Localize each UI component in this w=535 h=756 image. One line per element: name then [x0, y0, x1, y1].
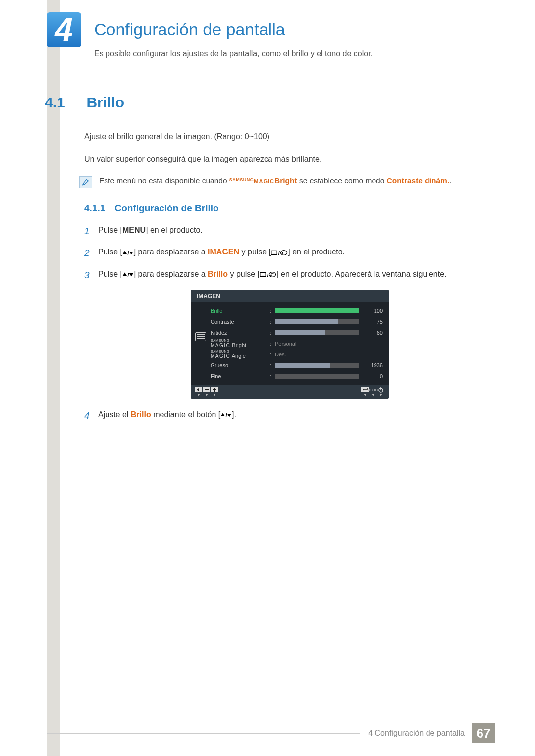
- note-magic: MAGIC: [254, 178, 274, 184]
- step-1: 1 Pulse [MENU] en el producto.: [84, 224, 495, 239]
- para1: Ajuste el brillo general de la imagen. (…: [84, 131, 495, 143]
- note: Este menú no está disponible cuando SAMS…: [79, 176, 495, 188]
- section-number: 4.1: [45, 94, 84, 111]
- note-bright: Bright: [274, 176, 297, 185]
- svg-marker-8: [123, 272, 127, 276]
- osd-category-icon: [191, 302, 211, 385]
- chapter-subtitle: Es posible configurar los ajustes de la …: [94, 50, 373, 58]
- svg-text:/: /: [278, 250, 280, 255]
- up-down-icon: /: [122, 249, 134, 256]
- steps-list: 1 Pulse [MENU] en el producto. 2 Pulse […: [84, 224, 495, 283]
- step-number: 1: [84, 224, 98, 239]
- source-enter-icon: /: [271, 249, 288, 256]
- step-text: Pulse [/] para desplazarse a IMAGEN y pu…: [98, 246, 495, 260]
- svg-marker-10: [129, 273, 133, 277]
- plus-icon: [211, 387, 218, 393]
- step-2: 2 Pulse [/] para desplazarse a IMAGEN y …: [84, 246, 495, 260]
- source-enter-icon: /: [260, 271, 276, 279]
- note-mid: se establece como modo: [297, 176, 387, 185]
- brillo-label: Brillo: [208, 270, 228, 278]
- step-text: Ajuste el Brillo mediante el botón [/].: [98, 408, 495, 423]
- svg-marker-27: [221, 413, 225, 417]
- auto-label: AUTO: [369, 387, 377, 393]
- osd-row: SAMSUNGMAGIC Angle:Des.: [211, 349, 383, 360]
- osd-row: Contraste:75: [211, 316, 383, 327]
- footer-chapter-ref: 4 Configuración de pantalla: [368, 729, 465, 738]
- step-number: 4: [84, 408, 98, 423]
- back-icon: [195, 387, 203, 393]
- section: 4.1 Brillo Ajuste el brillo general de l…: [45, 94, 495, 431]
- subsection-title: Configuración de Brillo: [115, 203, 219, 213]
- svg-text:/: /: [226, 412, 228, 418]
- osd-row: SAMSUNGMAGIC Bright:Personal: [211, 338, 383, 349]
- note-icon: [79, 176, 92, 188]
- menu-button-label: MENU: [122, 226, 146, 234]
- brillo-label: Brillo: [131, 410, 151, 419]
- subsection-heading: 4.1.1 Configuración de Brillo: [84, 203, 495, 214]
- svg-point-6: [281, 250, 287, 255]
- step-text: Pulse [MENU] en el producto.: [98, 224, 495, 239]
- svg-marker-0: [123, 251, 127, 254]
- osd-row: Nitidez:60: [211, 327, 383, 338]
- note-text: Este menú no está disponible cuando SAMS…: [99, 176, 452, 185]
- svg-point-14: [269, 272, 276, 277]
- subsection-number: 4.1.1: [84, 203, 105, 213]
- step-text: Pulse [/] para desplazarse a Brillo y pu…: [98, 268, 495, 283]
- svg-text:/: /: [127, 250, 129, 255]
- power-icon: [377, 387, 385, 393]
- osd-row: Fine:0: [211, 371, 383, 382]
- note-post: .: [449, 176, 451, 185]
- imagen-label: IMAGEN: [208, 248, 239, 256]
- osd-title: IMAGEN: [191, 290, 389, 302]
- note-pre: Este menú no está disponible cuando: [99, 176, 229, 185]
- svg-rect-19: [205, 389, 209, 390]
- step-3: 3 Pulse [/] para desplazarse a Brillo y …: [84, 268, 495, 283]
- step-number: 3: [84, 268, 98, 283]
- svg-rect-4: [273, 254, 275, 255]
- up-down-icon: /: [122, 271, 134, 279]
- chapter-number-badge: 4: [47, 12, 81, 47]
- chapter-title: Configuración de pantalla: [94, 20, 285, 39]
- svg-rect-22: [214, 388, 215, 392]
- osd-row: Grueso:1936: [211, 360, 383, 371]
- osd-footer: ▼ ▼ ▼ ▼ AUTO▼ ▼: [191, 385, 389, 399]
- svg-marker-29: [227, 414, 231, 418]
- section-title: Brillo: [86, 94, 124, 111]
- steps-list-2: 4 Ajuste el Brillo mediante el botón [/]…: [84, 408, 495, 423]
- up-down-icon: /: [220, 411, 232, 419]
- osd-row: Brillo:100: [211, 305, 383, 316]
- note-samsung: SAMSUNG: [229, 177, 254, 182]
- section-body: Ajuste el brillo general de la imagen. (…: [84, 131, 495, 424]
- page-footer: 4 Configuración de pantalla 67: [0, 723, 535, 743]
- osd-rows: Brillo:100Contraste:75Nitidez:60SAMSUNGM…: [211, 302, 389, 385]
- svg-text:/: /: [127, 272, 129, 278]
- step-4: 4 Ajuste el Brillo mediante el botón [/]…: [84, 408, 495, 423]
- step-number: 2: [84, 246, 98, 260]
- para2: Un valor superior conseguirá que la imag…: [84, 153, 495, 165]
- svg-rect-12: [262, 276, 264, 277]
- svg-marker-2: [129, 252, 133, 255]
- minus-icon: [203, 387, 211, 393]
- note-dyn: Contraste dinám.: [387, 176, 450, 185]
- page-number: 67: [472, 723, 495, 743]
- svg-text:/: /: [267, 272, 269, 278]
- footer-divider: [47, 733, 360, 734]
- chapter-number: 4: [55, 14, 73, 46]
- osd-screenshot: IMAGEN Brillo:100Contraste:75Nitidez:60S…: [191, 290, 389, 399]
- chapter-header: 4 Configuración de pantalla Es posible c…: [0, 0, 535, 12]
